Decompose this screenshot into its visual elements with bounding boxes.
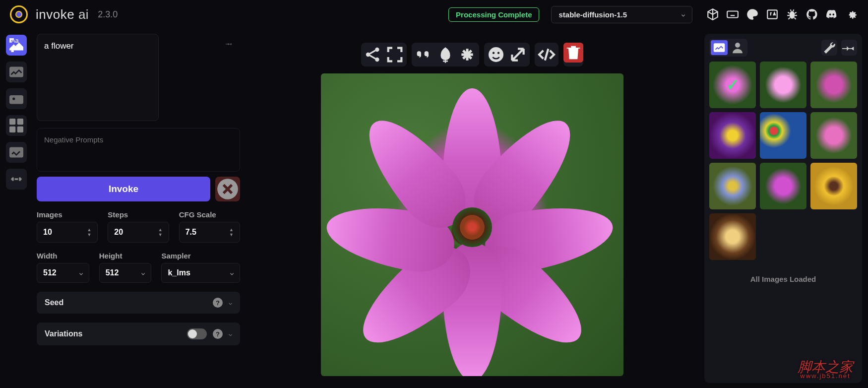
images-label: Images	[37, 210, 98, 219]
svg-point-16	[489, 47, 503, 62]
model-selector[interactable]: stable-diffusion-1.5 ⌵	[551, 6, 692, 23]
gallery-thumb[interactable]	[709, 112, 756, 159]
gallery-thumb[interactable]	[810, 163, 857, 209]
gallery-thumb[interactable]	[810, 62, 857, 108]
upscale-icon[interactable]	[508, 45, 528, 65]
cancel-button[interactable]	[215, 177, 240, 201]
seed-icon[interactable]	[435, 45, 455, 65]
svg-point-18	[497, 52, 499, 54]
svg-point-6	[12, 97, 15, 100]
chevron-down-icon: ⌵	[141, 269, 145, 276]
pin-icon[interactable]	[225, 40, 233, 50]
chevron-down-icon: ⌵	[79, 269, 83, 276]
canvas-toolbar	[361, 43, 583, 66]
main-image[interactable]	[321, 73, 623, 376]
width-label: Width	[37, 252, 89, 260]
sampler-label: Sampler	[161, 252, 240, 260]
nav-post-process[interactable]	[6, 142, 27, 163]
code-icon[interactable]	[537, 45, 557, 65]
prompt-input[interactable]: a flower	[37, 34, 159, 121]
height-label: Height	[99, 252, 152, 260]
gallery-thumb[interactable]	[810, 112, 857, 159]
quote-icon[interactable]	[414, 45, 434, 65]
height-select[interactable]: 512 ⌵	[99, 263, 152, 283]
model-name: stable-diffusion-1.5	[558, 10, 627, 19]
chevron-down-icon: ⌵	[682, 11, 685, 18]
gallery-thumb[interactable]	[760, 62, 806, 108]
svg-text:Aa: Aa	[11, 37, 19, 44]
app-logo	[10, 5, 28, 23]
settings-panel: a flower Invoke Images 10 ▲▼ Steps	[37, 34, 240, 383]
gallery-thumb[interactable]	[760, 112, 806, 159]
stepper-icon[interactable]: ▲▼	[229, 227, 234, 237]
asterisk-icon[interactable]	[457, 45, 477, 65]
github-icon[interactable]	[806, 8, 818, 21]
variations-accordion[interactable]: Variations ? ⌵	[37, 323, 240, 345]
nav-unified-canvas[interactable]	[6, 88, 27, 109]
gallery-thumb[interactable]	[709, 213, 756, 260]
svg-rect-9	[9, 127, 15, 132]
seed-accordion[interactable]: Seed ? ⌵	[37, 292, 240, 314]
chevron-down-icon: ⌵	[230, 269, 234, 276]
steps-label: Steps	[108, 210, 169, 219]
stepper-icon[interactable]: ▲▼	[87, 227, 91, 237]
variations-toggle[interactable]	[187, 328, 207, 339]
trash-icon[interactable]	[563, 43, 583, 63]
bug-icon[interactable]	[786, 8, 799, 21]
chevron-down-icon: ⌵	[229, 299, 232, 306]
svg-rect-5	[9, 95, 23, 104]
share-icon[interactable]	[363, 45, 383, 65]
nav-training[interactable]	[6, 169, 27, 190]
sampler-select[interactable]: k_lms ⌵	[161, 263, 240, 283]
help-icon[interactable]: ?	[213, 298, 223, 308]
left-nav: Aa	[6, 34, 31, 383]
gallery-footer: All Images Loaded	[709, 275, 857, 283]
svg-rect-11	[9, 147, 23, 158]
gallery-tab-user[interactable]	[729, 40, 746, 55]
app-header: invoke ai 2.3.0 Processing Complete stab…	[0, 0, 868, 29]
width-select[interactable]: 512 ⌵	[37, 263, 89, 283]
pin-icon[interactable]	[841, 40, 857, 56]
watermark: 脚本之家 www.jb51.net	[798, 361, 853, 379]
cfg-label: CFG Scale	[179, 210, 240, 219]
steps-input[interactable]: 20 ▲▼	[108, 222, 169, 243]
cube-icon[interactable]	[706, 8, 719, 21]
gear-icon[interactable]	[845, 8, 858, 21]
nav-nodes[interactable]	[6, 115, 27, 136]
negative-prompt-input[interactable]	[37, 128, 240, 172]
nav-text-to-image[interactable]: Aa	[6, 35, 27, 56]
face-icon[interactable]	[486, 45, 506, 65]
cfg-input[interactable]: 7.5 ▲▼	[179, 222, 240, 243]
svg-rect-8	[17, 119, 23, 125]
keyboard-icon[interactable]	[726, 8, 739, 21]
invoke-button[interactable]: Invoke	[37, 177, 210, 201]
gallery-thumb[interactable]	[709, 163, 756, 209]
svg-rect-10	[17, 127, 23, 132]
svg-point-17	[493, 52, 495, 54]
nav-image-to-image[interactable]	[6, 62, 27, 82]
help-icon[interactable]: ?	[213, 329, 223, 339]
svg-point-20	[735, 43, 740, 48]
gallery-thumb[interactable]: ✓	[709, 62, 756, 108]
gallery-thumb[interactable]	[760, 163, 806, 209]
svg-rect-1	[767, 10, 777, 18]
discord-icon[interactable]	[825, 8, 838, 21]
version-text: 2.3.0	[98, 9, 118, 20]
svg-rect-7	[9, 119, 15, 125]
chevron-down-icon: ⌵	[229, 330, 232, 337]
wrench-icon[interactable]	[821, 40, 837, 56]
images-input[interactable]: 10 ▲▼	[37, 222, 98, 243]
canvas-area	[246, 34, 698, 383]
gallery-tab-images[interactable]	[711, 40, 728, 55]
language-icon[interactable]	[766, 8, 779, 21]
palette-icon[interactable]	[746, 8, 759, 21]
brand-text: invoke ai	[36, 7, 89, 22]
svg-point-2	[790, 11, 795, 19]
check-icon: ✓	[726, 75, 740, 94]
svg-rect-0	[727, 11, 738, 18]
gallery-grid: ✓	[709, 62, 857, 260]
expand-icon[interactable]	[385, 45, 405, 65]
gallery-panel: ✓ All Images Loaded	[704, 34, 862, 383]
stepper-icon[interactable]: ▲▼	[158, 227, 163, 237]
status-badge: Processing Complete	[448, 7, 539, 22]
